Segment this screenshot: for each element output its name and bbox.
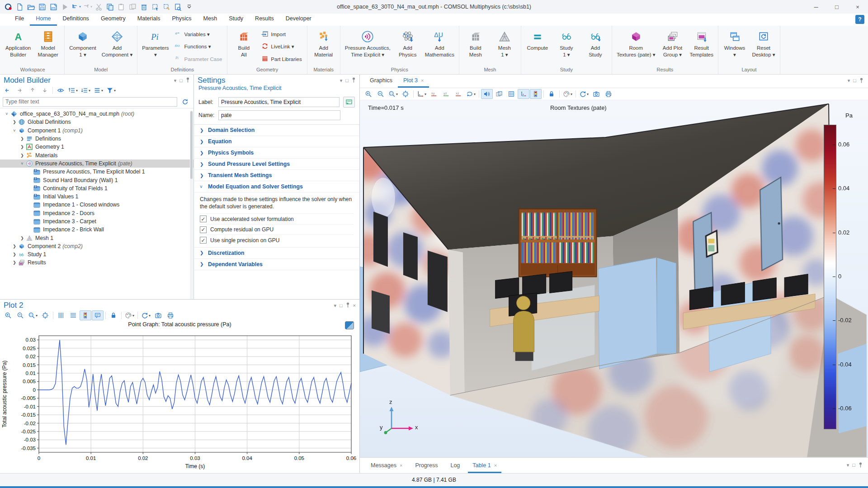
checkbox-use-accelerated-solver-formulation[interactable]: ✓Use accelerated solver formulation — [200, 213, 354, 224]
tree-node[interactable]: ❯Materials — [0, 151, 193, 159]
lock-icon[interactable] — [108, 310, 119, 320]
grid-v-icon[interactable] — [55, 310, 67, 320]
reset-desktop-button[interactable]: Reset Desktop ▾ — [750, 27, 778, 66]
rename-button[interactable] — [343, 97, 355, 108]
select-box-icon[interactable] — [150, 1, 160, 12]
checkbox-use-single-precision-on-gpu[interactable]: ✓Use single precision on GPU — [200, 235, 354, 245]
expand-icon[interactable]: ❯ — [11, 244, 18, 249]
maximize-button[interactable]: □ — [826, 0, 847, 14]
expand-icon[interactable]: ❯ — [19, 136, 25, 141]
menu-materials[interactable]: Materials — [132, 14, 166, 26]
settings-section-domain-selection[interactable]: ❯Domain Selection — [194, 125, 359, 136]
grid-h-icon[interactable] — [67, 310, 79, 320]
app-builder-button[interactable]: AApplication Builder — [3, 27, 33, 66]
rotate-icon[interactable]: ▾ — [465, 89, 477, 99]
open-file-icon[interactable] — [25, 1, 36, 12]
redo-icon[interactable]: ▾ — [82, 1, 93, 12]
float-panel-icon[interactable]: □ — [179, 78, 183, 83]
settings-section-dependent-variables[interactable]: ❯Dependent Variables — [194, 259, 359, 270]
zoom-extents-icon[interactable] — [400, 89, 411, 99]
plot-labels-icon[interactable] — [92, 310, 104, 320]
menu-file[interactable]: File — [9, 14, 30, 26]
tree-node[interactable]: ❯Global Definitions — [0, 118, 193, 126]
menu-results[interactable]: Results — [249, 14, 280, 26]
save-as-icon[interactable] — [48, 1, 59, 12]
eye-icon[interactable] — [55, 85, 66, 95]
tree-node[interactable]: ˅Pressure Acoustics, Time Explicit(pate) — [0, 160, 193, 168]
palette-icon[interactable]: ▾ — [123, 310, 136, 320]
zoom-in-icon[interactable] — [2, 310, 14, 320]
scene-icon[interactable] — [493, 89, 505, 99]
import-button[interactable]: Import — [259, 30, 303, 39]
expand-icon[interactable]: ˅ — [19, 161, 25, 166]
pin-icon[interactable] — [352, 77, 356, 84]
tree-node[interactable]: ❯Geometry 1 — [0, 143, 193, 151]
close-button[interactable]: × — [847, 0, 868, 14]
expand-icon[interactable]: ˅ — [4, 112, 10, 116]
tree-scrollbar[interactable] — [190, 110, 193, 299]
part-libraries-button[interactable]: Part Libraries — [259, 55, 303, 64]
zoom-box-icon[interactable]: ▾ — [27, 310, 39, 320]
checkbox-icon[interactable]: ✓ — [200, 216, 207, 222]
menu-home[interactable]: Home — [30, 14, 57, 26]
tab-messages[interactable]: Messages× — [366, 458, 407, 473]
help-button[interactable]: ? — [855, 15, 864, 24]
expand-icon[interactable]: ❯ — [19, 236, 25, 240]
print-icon[interactable] — [603, 89, 614, 99]
tree-node[interactable]: DContinuity of Total Fields 1 — [0, 184, 193, 192]
mesh-button[interactable]: Mesh 1 ▾ — [491, 27, 519, 66]
delete-icon[interactable] — [138, 1, 149, 12]
arrow-left-icon[interactable] — [2, 85, 14, 95]
update-icon[interactable]: ▾ — [578, 89, 590, 99]
tree-node[interactable]: ˅office_space_63_30T0_N4_ma_out.mph(root… — [0, 110, 193, 118]
color-legend-icon[interactable] — [530, 89, 542, 99]
cut-icon[interactable] — [93, 1, 104, 12]
tab-graphics[interactable]: Graphics — [364, 75, 398, 88]
show-axis-icon[interactable] — [518, 89, 529, 99]
tree-node[interactable]: ❯Definitions — [0, 135, 193, 143]
livelink-button[interactable]: LiveLink ▾ — [259, 42, 303, 51]
float-panel-icon[interactable]: □ — [852, 462, 855, 469]
add-study-button[interactable]: Add Study — [581, 27, 609, 66]
palette-icon[interactable]: ▾ — [561, 89, 574, 99]
refresh-filter-icon[interactable] — [179, 97, 191, 107]
tree-node[interactable]: ˅Component 1(comp1) — [0, 127, 193, 135]
pressure-acoustics-button[interactable]: Pressure Acoustics, Time Explicit ▾ — [343, 27, 393, 66]
menu-developer[interactable]: Developer — [280, 14, 317, 26]
arrow-up-icon[interactable] — [27, 85, 38, 95]
tree-node[interactable]: ❯Mesh 1 — [0, 234, 193, 242]
undo-icon[interactable]: ▾ — [71, 1, 81, 12]
zoom-in-icon[interactable] — [363, 89, 374, 99]
arrow-right-icon[interactable] — [14, 85, 26, 95]
component-button[interactable]: Component 1 ▾ — [67, 27, 98, 66]
parameter-case-button[interactable]: PiParameter Case — [173, 55, 224, 64]
tab-progress[interactable]: Progress — [410, 458, 442, 473]
minimize-button[interactable]: ─ — [806, 0, 826, 14]
color-legend-icon[interactable] — [80, 310, 91, 320]
settings-section-equation[interactable]: ❯Equation — [194, 136, 359, 147]
expand-icon[interactable]: ˅ — [11, 128, 18, 133]
pin-icon[interactable] — [186, 77, 190, 84]
panel-menu-icon[interactable]: ▾ — [340, 78, 343, 84]
zoom-box-icon[interactable]: ▾ — [387, 89, 399, 99]
tree-node[interactable]: DSound Hard Boundary (Wall) 1 — [0, 176, 193, 184]
columns-icon[interactable]: ▾ — [92, 85, 104, 95]
tree-node[interactable]: Impedance 1 - Closed windows — [0, 201, 193, 209]
add-plot-group-button[interactable]: Add Plot Group ▾ — [659, 27, 687, 66]
comsol-logo-icon[interactable] — [3, 1, 14, 12]
duplicate-icon[interactable] — [127, 1, 138, 12]
close-tab-icon[interactable]: × — [494, 463, 497, 468]
add-physics-button[interactable]: Add Physics — [394, 27, 422, 66]
compute-button[interactable]: Compute — [524, 27, 552, 66]
tree-node[interactable]: DInitial Values 1 — [0, 192, 193, 201]
name-field-input[interactable] — [218, 110, 340, 120]
build-mesh-button[interactable]: Build Mesh — [462, 27, 490, 66]
result-templates-button[interactable]: Result Templates — [688, 27, 716, 66]
tree-node[interactable]: ❯Results — [0, 258, 193, 267]
functions-button[interactable]: f(x)Functions ▾ — [173, 42, 224, 51]
expand-icon[interactable]: ❯ — [11, 260, 18, 265]
view-yz-icon[interactable]: yz — [440, 89, 452, 99]
tab-plot-3[interactable]: Plot 3× — [398, 75, 429, 88]
study-button[interactable]: Study 1 ▾ — [552, 27, 580, 66]
float-panel-icon[interactable]: □ — [345, 78, 349, 83]
